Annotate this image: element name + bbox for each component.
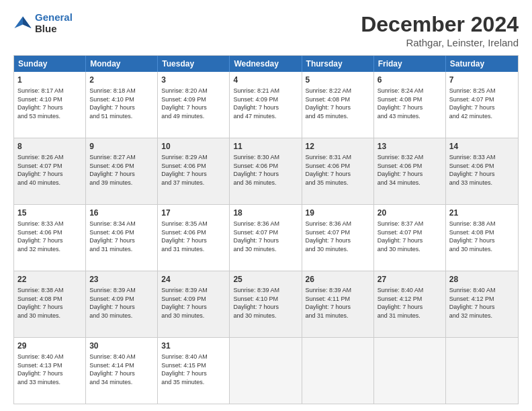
day-number: 10 [161,141,226,152]
calendar-cell: 7Sunrise: 8:25 AM Sunset: 4:07 PM Daylig… [446,72,518,138]
day-info: Sunrise: 8:21 AM Sunset: 4:09 PM Dayligh… [233,87,298,120]
day-number: 12 [306,141,370,152]
day-info: Sunrise: 8:35 AM Sunset: 4:06 PM Dayligh… [161,220,226,253]
day-number: 1 [17,75,82,85]
day-number: 9 [89,141,154,152]
day-info: Sunrise: 8:40 AM Sunset: 4:13 PM Dayligh… [17,353,82,386]
day-info: Sunrise: 8:39 AM Sunset: 4:10 PM Dayligh… [233,286,298,320]
calendar-cell: 14Sunrise: 8:33 AM Sunset: 4:06 PM Dayli… [446,138,518,204]
day-number: 18 [233,208,298,218]
calendar-cell: 2Sunrise: 8:18 AM Sunset: 4:10 PM Daylig… [86,72,158,138]
location: Rathgar, Leinster, Ireland [361,37,519,48]
day-info: Sunrise: 8:38 AM Sunset: 4:08 PM Dayligh… [449,220,515,253]
day-info: Sunrise: 8:37 AM Sunset: 4:07 PM Dayligh… [378,220,442,253]
day-info: Sunrise: 8:40 AM Sunset: 4:14 PM Dayligh… [89,353,154,386]
page: General Blue December 2024 Rathgar, Lein… [0,0,532,411]
day-number: 23 [89,274,154,285]
calendar-cell: 25Sunrise: 8:39 AM Sunset: 4:10 PM Dayli… [230,271,302,337]
week-row-5: 29Sunrise: 8:40 AM Sunset: 4:13 PM Dayli… [14,337,518,404]
calendar-header: SundayMondayTuesdayWednesdayThursdayFrid… [14,56,518,72]
day-number: 11 [233,141,298,152]
header-day-friday: Friday [374,56,446,72]
calendar-cell: 16Sunrise: 8:34 AM Sunset: 4:06 PM Dayli… [86,205,158,271]
day-info: Sunrise: 8:33 AM Sunset: 4:06 PM Dayligh… [449,153,515,187]
calendar-cell [230,338,302,404]
day-info: Sunrise: 8:27 AM Sunset: 4:06 PM Dayligh… [89,153,154,187]
day-number: 30 [89,340,154,351]
day-number: 16 [89,208,154,218]
week-row-4: 22Sunrise: 8:38 AM Sunset: 4:08 PM Dayli… [14,271,518,337]
calendar-cell: 26Sunrise: 8:39 AM Sunset: 4:11 PM Dayli… [302,271,374,337]
calendar-cell: 29Sunrise: 8:40 AM Sunset: 4:13 PM Dayli… [14,338,86,404]
day-info: Sunrise: 8:22 AM Sunset: 4:08 PM Dayligh… [306,87,370,120]
day-number: 7 [449,75,515,85]
calendar-body: 1Sunrise: 8:17 AM Sunset: 4:10 PM Daylig… [14,72,518,404]
day-info: Sunrise: 8:39 AM Sunset: 4:09 PM Dayligh… [89,286,154,320]
day-number: 5 [306,75,370,85]
day-info: Sunrise: 8:36 AM Sunset: 4:07 PM Dayligh… [306,220,370,253]
header-day-sunday: Sunday [14,56,86,72]
day-number: 6 [378,75,442,85]
calendar-cell: 24Sunrise: 8:39 AM Sunset: 4:09 PM Dayli… [158,271,230,337]
day-number: 8 [17,141,82,152]
week-row-1: 1Sunrise: 8:17 AM Sunset: 4:10 PM Daylig… [14,72,518,138]
logo-line2: Blue [35,23,57,34]
calendar-cell: 17Sunrise: 8:35 AM Sunset: 4:06 PM Dayli… [158,205,230,271]
calendar-cell: 22Sunrise: 8:38 AM Sunset: 4:08 PM Dayli… [14,271,86,337]
calendar-cell: 5Sunrise: 8:22 AM Sunset: 4:08 PM Daylig… [302,72,374,138]
day-info: Sunrise: 8:32 AM Sunset: 4:06 PM Dayligh… [378,153,442,187]
svg-marker-1 [23,16,32,28]
day-info: Sunrise: 8:40 AM Sunset: 4:12 PM Dayligh… [378,286,442,320]
day-info: Sunrise: 8:20 AM Sunset: 4:09 PM Dayligh… [161,87,226,120]
header-day-saturday: Saturday [446,56,518,72]
day-info: Sunrise: 8:18 AM Sunset: 4:10 PM Dayligh… [89,87,154,120]
calendar-cell [374,338,446,404]
calendar-cell: 4Sunrise: 8:21 AM Sunset: 4:09 PM Daylig… [230,72,302,138]
day-number: 14 [449,141,515,152]
day-number: 27 [378,274,442,285]
header-day-wednesday: Wednesday [230,56,302,72]
day-info: Sunrise: 8:25 AM Sunset: 4:07 PM Dayligh… [449,87,515,120]
day-number: 22 [17,274,82,285]
calendar-cell: 3Sunrise: 8:20 AM Sunset: 4:09 PM Daylig… [158,72,230,138]
calendar-cell: 1Sunrise: 8:17 AM Sunset: 4:10 PM Daylig… [14,72,86,138]
calendar-cell: 23Sunrise: 8:39 AM Sunset: 4:09 PM Dayli… [86,271,158,337]
header: General Blue December 2024 Rathgar, Lein… [13,12,519,48]
calendar-cell: 31Sunrise: 8:40 AM Sunset: 4:15 PM Dayli… [158,338,230,404]
month-title: December 2024 [361,12,519,37]
calendar-cell: 21Sunrise: 8:38 AM Sunset: 4:08 PM Dayli… [446,205,518,271]
day-number: 21 [449,208,515,218]
day-number: 31 [161,340,226,351]
title-block: December 2024 Rathgar, Leinster, Ireland [361,12,519,48]
week-row-2: 8Sunrise: 8:26 AM Sunset: 4:07 PM Daylig… [14,138,518,204]
day-info: Sunrise: 8:29 AM Sunset: 4:06 PM Dayligh… [161,153,226,187]
calendar-cell: 11Sunrise: 8:30 AM Sunset: 4:06 PM Dayli… [230,138,302,204]
day-number: 29 [17,340,82,351]
header-day-thursday: Thursday [302,56,374,72]
calendar-cell [446,338,518,404]
header-day-tuesday: Tuesday [158,56,230,72]
day-number: 2 [89,75,154,85]
day-number: 3 [161,75,226,85]
logo: General Blue [13,12,73,34]
calendar-cell: 20Sunrise: 8:37 AM Sunset: 4:07 PM Dayli… [374,205,446,271]
day-info: Sunrise: 8:26 AM Sunset: 4:07 PM Dayligh… [17,153,82,187]
day-info: Sunrise: 8:40 AM Sunset: 4:15 PM Dayligh… [161,353,226,386]
calendar-cell: 6Sunrise: 8:24 AM Sunset: 4:08 PM Daylig… [374,72,446,138]
day-number: 25 [233,274,298,285]
calendar-cell: 8Sunrise: 8:26 AM Sunset: 4:07 PM Daylig… [14,138,86,204]
day-number: 20 [378,208,442,218]
day-info: Sunrise: 8:39 AM Sunset: 4:11 PM Dayligh… [306,286,370,320]
calendar-cell: 28Sunrise: 8:40 AM Sunset: 4:12 PM Dayli… [446,271,518,337]
day-number: 15 [17,208,82,218]
header-day-monday: Monday [86,56,158,72]
day-info: Sunrise: 8:24 AM Sunset: 4:08 PM Dayligh… [378,87,442,120]
calendar-cell [302,338,374,404]
day-number: 24 [161,274,226,285]
calendar-cell: 27Sunrise: 8:40 AM Sunset: 4:12 PM Dayli… [374,271,446,337]
calendar-cell: 10Sunrise: 8:29 AM Sunset: 4:06 PM Dayli… [158,138,230,204]
day-info: Sunrise: 8:40 AM Sunset: 4:12 PM Dayligh… [449,286,515,320]
calendar-cell: 18Sunrise: 8:36 AM Sunset: 4:07 PM Dayli… [230,205,302,271]
day-number: 26 [306,274,370,285]
calendar-cell: 9Sunrise: 8:27 AM Sunset: 4:06 PM Daylig… [86,138,158,204]
